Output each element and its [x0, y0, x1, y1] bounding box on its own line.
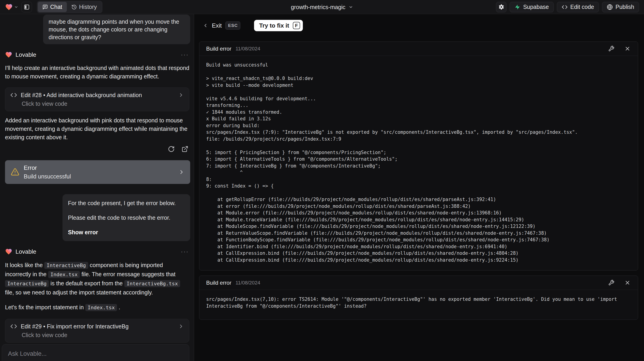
- build-error-panel-1: Build error 11/08/2024: [199, 41, 638, 271]
- supabase-label: Supabase: [523, 4, 549, 10]
- tab-chat[interactable]: Chat: [38, 2, 67, 12]
- panel-title: Build error: [206, 45, 232, 52]
- lovable-heart-icon: [5, 51, 12, 58]
- chat-panel: maybe diagramming points and when you mo…: [0, 14, 194, 361]
- tab-history[interactable]: History: [67, 2, 102, 12]
- close-icon: [624, 45, 630, 52]
- user-message-text: For the code present, I get the error be…: [68, 199, 185, 207]
- edit-card-29[interactable]: Edit #29 • Fix import error for Interact…: [5, 319, 189, 343]
- restore-version-button[interactable]: [168, 145, 175, 153]
- edit-code-label: Edit code: [570, 4, 594, 10]
- lovable-heart-icon: [5, 3, 13, 11]
- chevron-right-icon: [178, 169, 185, 175]
- lovable-app: Chat History growth-metrics-magic: [0, 0, 644, 361]
- error-overlay: Exit ESC Try to fix it F Build error 11/…: [194, 14, 644, 361]
- user-message-bubble: maybe diagramming points and when you mo…: [43, 14, 190, 44]
- history-icon: [72, 4, 77, 10]
- sidebar-toggle-button[interactable]: [22, 2, 32, 12]
- try-to-fix-button[interactable]: Try to fix it F: [254, 20, 302, 31]
- build-log: src/pages/Index.tsx(7,10): error TS2614:…: [199, 290, 638, 320]
- edit-card-subtitle: Click to view code: [10, 100, 184, 107]
- supabase-button[interactable]: Supabase: [510, 2, 554, 12]
- fix-error-button[interactable]: [608, 279, 615, 286]
- build-error-panel-header: Build error 11/08/2024: [199, 276, 638, 290]
- code-icon: [562, 4, 568, 10]
- user-message-bubble: For the code present, I get the error be…: [62, 194, 190, 241]
- build-error-panel-header: Build error 11/08/2024: [199, 42, 638, 56]
- message-actions: [5, 145, 190, 153]
- message-menu-button[interactable]: ···: [181, 248, 189, 255]
- lovable-heart-icon: [5, 248, 12, 255]
- overlay-header: Exit ESC Try to fix it F: [203, 20, 638, 31]
- chat-history-switch: Chat History: [37, 1, 102, 13]
- settings-button[interactable]: [496, 2, 506, 12]
- chevron-right-icon: [178, 92, 184, 98]
- error-card-subtitle: Build unsuccessful: [24, 173, 71, 180]
- chat-input[interactable]: Ask Lovable...: [8, 350, 183, 357]
- publish-button[interactable]: Publish: [602, 2, 639, 12]
- message-menu-button[interactable]: ···: [181, 51, 189, 58]
- chevron-right-icon: [178, 323, 184, 329]
- wrench-icon: [608, 280, 614, 286]
- chat-composer[interactable]: Ask Lovable... Attach Select: [2, 344, 189, 361]
- panel-date: 11/08/2024: [236, 280, 260, 286]
- project-name: growth-metrics-magic: [291, 4, 346, 10]
- tab-history-label: History: [79, 4, 97, 10]
- edit-card-subtitle: Click to view code: [10, 332, 184, 339]
- assistant-name: Lovable: [16, 51, 36, 58]
- exit-button[interactable]: Exit ESC: [203, 21, 240, 30]
- exit-label: Exit: [212, 22, 222, 29]
- panel-date: 11/08/2024: [236, 46, 260, 52]
- chevron-down-icon: [14, 5, 18, 9]
- esc-key-badge: ESC: [225, 21, 240, 30]
- assistant-header: Lovable ···: [5, 248, 190, 256]
- assistant-header: Lovable ···: [5, 51, 190, 59]
- close-panel-button[interactable]: [624, 279, 631, 286]
- code-icon: [10, 92, 17, 98]
- assistant-text: It looks like the InteractiveBg componen…: [5, 261, 190, 297]
- build-error-card[interactable]: Error Build unsuccessful: [5, 160, 190, 184]
- build-log: Build was unsuccessful > vite_react_shad…: [199, 56, 638, 270]
- project-switcher[interactable]: growth-metrics-magic: [291, 0, 353, 14]
- lovable-logo-menu[interactable]: [5, 3, 18, 11]
- open-preview-button[interactable]: [181, 145, 189, 153]
- chevron-left-icon: [203, 23, 208, 28]
- chat-messages: maybe diagramming points and when you mo…: [0, 14, 194, 343]
- top-bar: Chat History growth-metrics-magic: [0, 0, 644, 14]
- build-error-panel-2: Build error 11/08/2024: [199, 276, 638, 320]
- globe-icon: [607, 4, 613, 10]
- user-message-text: Please edit the code to resolve the erro…: [68, 214, 185, 222]
- show-error-link[interactable]: Show error: [68, 228, 185, 236]
- try-to-fix-label: Try to fix it: [259, 22, 289, 29]
- assistant-text: I'll help create an interactive backgrou…: [5, 64, 190, 81]
- publish-label: Publish: [616, 4, 634, 10]
- edit-card-28[interactable]: Edit #28 • Add interactive background an…: [5, 87, 189, 111]
- supabase-icon: [514, 4, 520, 10]
- warning-triangle-icon: [10, 168, 20, 177]
- user-message-text: maybe diagramming points and when you mo…: [48, 18, 179, 40]
- edit-card-title: Edit #28 • Add interactive background an…: [21, 92, 142, 98]
- wrench-icon: [608, 45, 614, 52]
- chat-bubble-icon: [42, 4, 48, 10]
- panel-left-icon: [24, 4, 30, 10]
- gear-icon: [498, 4, 504, 10]
- assistant-text: Added an interactive background with pin…: [5, 116, 190, 142]
- edit-card-title: Edit #29 • Fix import error for Interact…: [21, 323, 128, 330]
- assistant-text: Let's fix the import statement in Index.…: [5, 303, 190, 312]
- external-link-icon: [182, 146, 188, 152]
- error-card-title: Error: [24, 164, 71, 171]
- panel-title: Build error: [206, 280, 232, 286]
- code-icon: [10, 323, 17, 330]
- f-key-badge: F: [293, 22, 300, 29]
- close-icon: [624, 280, 630, 286]
- close-panel-button[interactable]: [624, 45, 631, 52]
- tab-chat-label: Chat: [50, 4, 62, 10]
- assistant-name: Lovable: [16, 248, 36, 255]
- refresh-icon: [168, 146, 175, 152]
- fix-error-button[interactable]: [608, 45, 615, 52]
- chevron-down-icon: [348, 5, 353, 9]
- edit-code-button[interactable]: Edit code: [557, 2, 599, 12]
